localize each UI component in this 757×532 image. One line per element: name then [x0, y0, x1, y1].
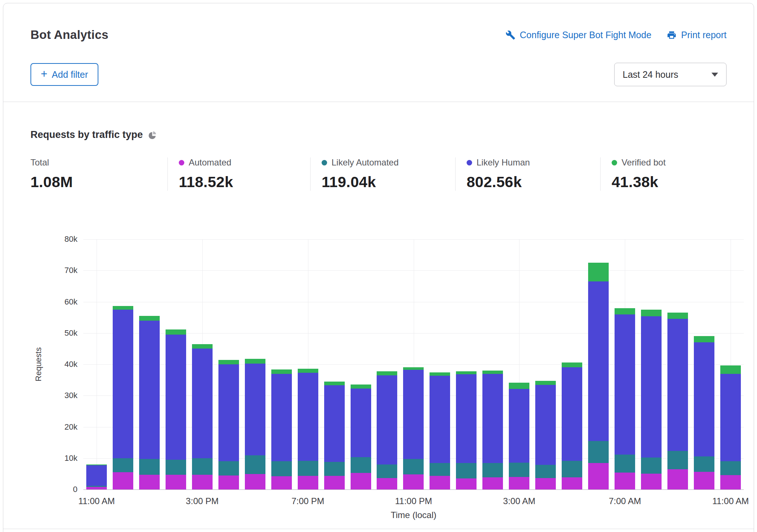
y-tick-label: 50k — [65, 328, 77, 338]
header-top-row: Bot Analytics Configure Super Bot Fight … — [30, 28, 727, 42]
bar-segment-likely-human — [245, 364, 265, 455]
bar-segment-likely-automated — [509, 463, 529, 477]
bar-segment-likely-automated — [615, 455, 635, 473]
section-bottom-divider — [3, 529, 754, 529]
stacked-bar — [430, 372, 450, 489]
bar-segment-likely-human — [482, 374, 503, 463]
wrench-icon — [506, 30, 515, 40]
bar-segment-automated — [245, 474, 265, 489]
configure-super-bot-fight-mode-link[interactable]: Configure Super Bot Fight Mode — [506, 30, 652, 40]
bar-segment-likely-human — [694, 342, 714, 456]
bar-segment-verified-bot — [192, 344, 213, 349]
card-body: Requests by traffic type Total 1.08M Aut… — [3, 129, 754, 489]
stat-automated-label: Automated — [189, 157, 231, 168]
stat-likely-automated-value: 119.04k — [322, 174, 455, 191]
section-head: Requests by traffic type — [30, 129, 727, 141]
bar-segment-automated — [562, 477, 582, 489]
x-tick-label: 11:00 AM — [712, 496, 749, 506]
bar-segment-automated — [641, 474, 662, 489]
time-range-select[interactable]: Last 24 hours — [614, 63, 727, 86]
bar-segment-likely-automated — [298, 461, 318, 475]
bar-slot — [638, 239, 664, 489]
stat-total-label: Total — [30, 157, 167, 168]
stacked-bar — [667, 313, 688, 489]
bar-segment-likely-automated — [403, 459, 424, 474]
stacked-bar — [694, 336, 714, 489]
bar-segment-automated — [271, 476, 292, 489]
bar-segment-automated — [456, 478, 477, 489]
bar-segment-likely-automated — [482, 463, 503, 477]
bar-segment-likely-automated — [166, 460, 186, 475]
header-controls-row: + Add filter Last 24 hours — [30, 63, 727, 102]
bar-segment-verified-bot — [377, 371, 397, 375]
bar-segment-automated — [588, 463, 609, 489]
stat-likely-human: Likely Human 802.56k — [455, 157, 600, 191]
print-report-link[interactable]: Print report — [667, 30, 727, 40]
bar-slot — [532, 239, 559, 489]
stat-verified-bot-value: 41.38k — [612, 174, 727, 191]
bar-segment-likely-human — [641, 316, 662, 458]
bar-segment-automated — [351, 473, 371, 489]
bar-segment-likely-automated — [377, 464, 397, 478]
stacked-bar — [641, 310, 662, 489]
bar-segment-likely-human — [535, 385, 556, 464]
bar-segment-verified-bot — [482, 371, 503, 374]
stacked-bar — [192, 344, 213, 489]
stacked-bar — [86, 464, 107, 489]
likely-automated-legend-dot — [322, 160, 327, 165]
stacked-bar — [562, 362, 582, 489]
bar-segment-automated — [694, 472, 714, 489]
stacked-bar — [245, 359, 265, 489]
stacked-bar — [166, 329, 186, 489]
stat-likely-human-label: Likely Human — [477, 157, 530, 168]
bar-slot — [163, 239, 189, 489]
header-divider — [3, 102, 754, 102]
verified-bot-legend-dot — [612, 160, 617, 165]
bar-segment-likely-automated — [351, 457, 371, 473]
likely-human-legend-dot — [467, 160, 472, 165]
bar-slot — [374, 239, 400, 489]
bar-slot — [453, 239, 479, 489]
bar-segment-verified-bot — [324, 382, 345, 385]
bar-segment-likely-human — [113, 310, 133, 458]
bar-segment-verified-bot — [403, 367, 424, 370]
y-tick-label: 30k — [65, 391, 77, 400]
bar-segment-automated — [509, 477, 529, 489]
bar-segment-verified-bot — [245, 359, 265, 364]
card-header: Bot Analytics Configure Super Bot Fight … — [3, 3, 754, 102]
bar-segment-likely-human — [456, 374, 477, 463]
add-filter-button[interactable]: + Add filter — [30, 63, 98, 86]
bar-segment-verified-bot — [509, 383, 529, 389]
bar-segment-likely-human — [298, 373, 318, 461]
bar-slot — [427, 239, 453, 489]
bar-segment-likely-human — [720, 374, 741, 462]
chevron-down-icon — [711, 73, 718, 77]
bar-segment-verified-bot — [166, 329, 186, 335]
bot-analytics-card: Bot Analytics Configure Super Bot Fight … — [3, 3, 754, 532]
bar-segment-likely-automated — [324, 462, 345, 476]
print-link-label: Print report — [681, 30, 727, 40]
stat-verified-bot: Verified bot 41.38k — [600, 157, 727, 191]
y-tick-label: 60k — [65, 297, 77, 307]
bar-segment-automated — [139, 475, 160, 489]
bar-segment-verified-bot — [271, 369, 292, 374]
bar-segment-automated — [166, 475, 186, 489]
bar-segment-likely-automated — [113, 458, 133, 472]
bar-segment-automated — [113, 472, 133, 489]
bar-slot — [189, 239, 215, 489]
stacked-bar — [509, 383, 529, 489]
x-tick-label: 7:00 AM — [609, 496, 641, 506]
bar-slot — [242, 239, 268, 489]
stat-verified-bot-label: Verified bot — [622, 157, 666, 168]
bar-segment-verified-bot — [535, 381, 556, 385]
x-axis-title: Time (local) — [83, 510, 744, 520]
bar-segment-likely-human — [166, 335, 186, 460]
header-links: Configure Super Bot Fight Mode Print rep… — [506, 28, 727, 40]
stat-likely-automated-label: Likely Automated — [332, 157, 399, 168]
y-tick-label: 20k — [65, 422, 77, 432]
bar-segment-automated — [192, 475, 213, 489]
stat-likely-automated: Likely Automated 119.04k — [310, 157, 455, 191]
bar-segment-verified-bot — [456, 371, 477, 375]
stat-automated-value: 118.52k — [179, 174, 310, 191]
bar-segment-automated — [86, 487, 107, 489]
